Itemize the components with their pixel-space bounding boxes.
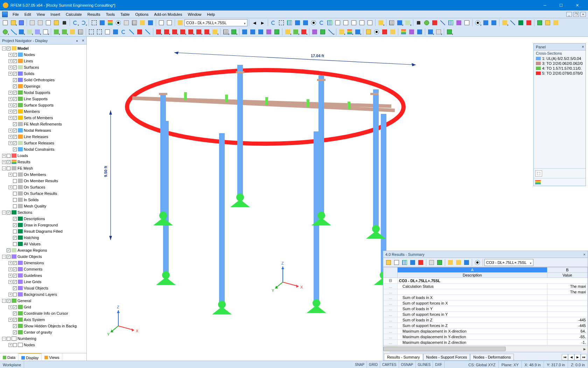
tree-item[interactable]: +Nodes [0,342,86,348]
tree-item[interactable]: All Values [0,241,86,247]
tb2-mload[interactable]: ▾ [187,28,195,36]
tree-item[interactable]: Openings [0,83,86,89]
tb-iso[interactable] [326,19,334,27]
tree-expander[interactable]: - [2,211,6,214]
panel-color-tab[interactable] [535,180,541,184]
tree-expander[interactable]: + [8,53,12,57]
tb2-values[interactable]: ▾ [338,28,345,36]
tb2-find[interactable] [373,28,380,36]
toggle-snap[interactable]: SNAP [353,361,367,368]
tree-checkbox[interactable] [7,166,10,170]
tree-item[interactable]: Solid Orthotropies [0,77,86,83]
tree-expander[interactable]: + [8,141,12,145]
tree-item[interactable]: Hatching [0,234,86,241]
tree-checkbox[interactable] [13,223,17,227]
tree-checkbox[interactable] [13,135,17,139]
tb2-colors[interactable] [400,28,407,36]
toggle-grid[interactable]: GRID [367,361,380,368]
tree-item[interactable]: On Surface Results [0,190,86,197]
tb2-calc[interactable]: ▾ [230,28,238,36]
tree-expander[interactable]: + [8,66,12,69]
tree-checkbox[interactable] [13,97,17,101]
tree-expander[interactable]: + [8,305,12,309]
menu-edit[interactable]: Edit [22,12,34,17]
tb2-opening[interactable]: ▾ [42,28,49,36]
tree-item[interactable]: +Nodal Supports [0,89,86,96]
tb-calc-params[interactable] [131,19,138,27]
toggle-glines[interactable]: GLINES [416,361,433,368]
tb-unhide[interactable] [490,19,498,27]
tree-expander[interactable]: + [8,116,12,120]
tree-checkbox[interactable] [13,236,17,240]
tb2-contact[interactable]: ▾ [300,28,308,36]
tree-checkbox[interactable] [7,248,10,252]
minimize-button[interactable]: ─ [537,0,553,11]
tree-item[interactable]: +Nodes [0,52,86,58]
tb-move[interactable] [98,19,106,27]
tree-checkbox[interactable] [13,129,17,132]
tree-checkbox[interactable] [13,217,17,221]
tree-item[interactable]: +Solids [0,70,86,77]
tree-item[interactable]: +Nodal Releases [0,127,86,134]
tree-checkbox[interactable] [7,160,10,164]
menu-tools[interactable]: Tools [103,12,118,17]
toggle-osnap[interactable]: OSNAP [399,361,416,368]
tree-checkbox[interactable] [7,337,10,341]
tb2-scale[interactable]: ▾ [327,28,335,36]
tb-osnap[interactable] [431,19,439,27]
results-row[interactable]: …Sum of loads in Y [384,306,588,312]
tb2-nsupport[interactable]: ▾ [52,28,60,36]
tb2-extend[interactable] [144,28,152,36]
rtb-7[interactable] [436,259,443,266]
tree-checkbox[interactable] [13,192,17,196]
tree-checkbox[interactable] [7,299,10,303]
tree-checkbox[interactable] [13,72,17,76]
tree-checkbox[interactable] [13,286,17,290]
tb-project-manager[interactable] [52,19,60,27]
tb-calculator[interactable] [122,19,130,27]
tree-expander[interactable]: - [2,299,6,303]
tree-item[interactable]: +Line Supports [0,96,86,102]
tb-guides[interactable] [455,19,463,27]
tree-item[interactable]: Coordinate Info on Cursor [0,310,86,316]
tb-xlsx[interactable] [536,19,544,27]
tb-window-right[interactable] [166,19,173,27]
tree-item[interactable]: +Guidelines [0,272,86,279]
restab-next[interactable]: ▶ [574,354,581,360]
tree-item[interactable]: +Surfaces [0,64,86,70]
tree-checkbox[interactable] [7,255,10,259]
tree-expander[interactable]: + [8,261,12,265]
tb-print-preview[interactable] [36,19,44,27]
tb2-select[interactable] [88,28,95,36]
tb2-hinge[interactable] [69,28,76,36]
tree-item[interactable]: Nodal Constraints [0,146,86,152]
results-row[interactable]: …Maximum displacement in Y-direction-65. [384,334,588,340]
tb-units[interactable] [139,19,146,27]
tree-checkbox[interactable] [13,59,17,63]
mdi-close[interactable]: × [580,12,586,17]
tb-workplane[interactable]: ▾ [377,19,385,27]
tb-section[interactable] [517,19,525,27]
tree-checkbox[interactable] [13,141,17,145]
tb2-check[interactable]: ▾ [446,28,453,36]
scroll-thumb[interactable] [383,347,506,351]
loadcase-combo[interactable]: CO3 - DL+.75LL+.75SL [184,19,247,26]
tb2-rotate2[interactable] [120,28,127,36]
tree-item[interactable]: +Axis System [0,316,86,323]
tb-zoom-in[interactable] [294,19,301,27]
tree-checkbox[interactable] [13,261,17,265]
tb2-smooth[interactable]: ▾ [354,28,362,36]
tb-view-mirror[interactable] [366,19,374,27]
tb-zoom-out[interactable] [302,19,309,27]
tree-checkbox[interactable] [13,324,17,328]
tb-show-results[interactable] [106,19,114,27]
results-row[interactable]: …The maxi [384,289,588,295]
rtb-1[interactable] [385,259,392,266]
tree-item[interactable]: In Solids [0,197,86,203]
tb-hide[interactable] [482,19,490,27]
tree-checkbox[interactable] [13,293,17,297]
tb2-pload[interactable]: ▾ [195,28,203,36]
tree-checkbox[interactable] [13,267,17,271]
tb2-refine[interactable] [77,28,84,36]
restab-first[interactable]: ⏮ [562,354,568,360]
